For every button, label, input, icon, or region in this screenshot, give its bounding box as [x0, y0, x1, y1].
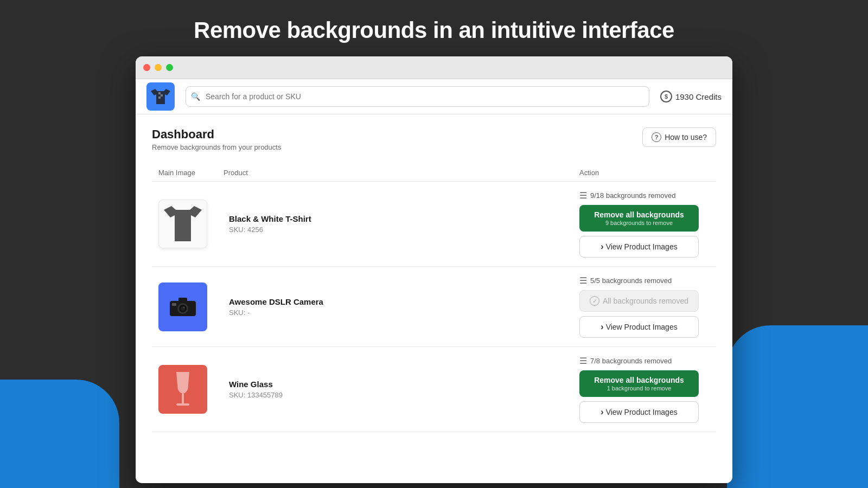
svg-rect-12: [182, 394, 184, 403]
product-row: Black & White T-Shirt SKU: 4256 ☰ 9/18 b…: [152, 182, 716, 267]
view-images-button-3[interactable]: › View Product Images: [579, 401, 699, 423]
credits-label: 1930 Credits: [675, 92, 722, 101]
view-images-label-3: View Product Images: [606, 408, 678, 416]
product-image-cell-3: [158, 365, 224, 414]
svg-marker-4: [164, 206, 202, 241]
product-info-wineglass: Wine Glass SKU: 133455789: [224, 380, 579, 399]
credits-badge: $ 1930 Credits: [660, 91, 722, 102]
page-headline: Remove backgrounds in an intuitive inter…: [194, 17, 674, 43]
product-info-camera: Awesome DSLR Camera SKU: -: [224, 297, 579, 317]
tshirt-svg: [164, 202, 202, 246]
search-input[interactable]: [186, 86, 649, 107]
all-removed-badge: ✓ All backgrounds removed: [579, 290, 699, 312]
table-header: Main Image Product Action: [152, 164, 716, 182]
view-images-button-2[interactable]: › View Product Images: [579, 316, 699, 338]
app-window: 🔍 $ 1930 Credits Dashboard Remove backgr…: [136, 56, 732, 483]
svg-rect-11: [172, 303, 176, 306]
dashboard-subtitle: Remove backgrounds from your products: [152, 143, 281, 151]
decorative-blob-right: [727, 325, 868, 488]
action-col-2: ☰ 5/5 backgrounds removed ✓ All backgrou…: [579, 275, 710, 338]
how-to-use-button[interactable]: ? How to use?: [642, 127, 716, 147]
question-icon: ?: [652, 132, 661, 142]
product-info-tshirt: Black & White T-Shirt SKU: 4256: [224, 214, 579, 234]
product-name-1: Black & White T-Shirt: [229, 214, 579, 223]
list-icon-3: ☰: [579, 356, 587, 366]
check-icon: ✓: [590, 296, 599, 306]
all-removed-label: All backgrounds removed: [603, 297, 688, 305]
product-image-tshirt: [158, 200, 207, 248]
col-main-image: Main Image: [158, 169, 224, 177]
minimize-button[interactable]: [155, 64, 162, 71]
dashboard-info: Dashboard Remove backgrounds from your p…: [152, 127, 281, 151]
product-name-3: Wine Glass: [229, 380, 579, 389]
how-to-use-label: How to use?: [665, 133, 707, 142]
search-icon: 🔍: [191, 92, 200, 101]
product-image-cell: [158, 200, 224, 248]
dashboard-title: Dashboard: [152, 127, 281, 142]
list-icon-2: ☰: [579, 275, 587, 286]
wineglass-svg: [172, 370, 194, 409]
svg-rect-13: [176, 403, 189, 406]
main-content: Dashboard Remove backgrounds from your p…: [136, 114, 732, 483]
traffic-lights: [143, 64, 173, 71]
app-logo: [146, 82, 175, 111]
camera-svg: [169, 296, 197, 318]
action-col-3: ☰ 7/8 backgrounds removed Remove all bac…: [579, 356, 710, 423]
product-image-wineglass: [158, 365, 207, 414]
product-row-2: Awesome DSLR Camera SKU: - ☰ 5/5 backgro…: [152, 267, 716, 347]
remove-all-label-3: Remove all backgrounds: [586, 376, 692, 384]
remove-all-label-1: Remove all backgrounds: [586, 210, 692, 219]
close-button[interactable]: [143, 64, 150, 71]
logo-icon: [151, 87, 170, 106]
svg-rect-10: [178, 298, 187, 302]
svg-point-9: [183, 306, 185, 308]
credits-icon-symbol: $: [665, 93, 668, 100]
list-icon-1: ☰: [579, 190, 587, 201]
decorative-blob-left: [0, 380, 119, 488]
product-image-cell-2: [158, 282, 224, 331]
app-header: 🔍 $ 1930 Credits: [136, 79, 732, 114]
product-sku-3: SKU: 133455789: [229, 391, 579, 399]
remove-sublabel-3: 1 background to remove: [586, 385, 692, 391]
view-images-label-2: View Product Images: [606, 323, 678, 331]
product-sku-1: SKU: 4256: [229, 226, 579, 234]
action-col-1: ☰ 9/18 backgrounds removed Remove all ba…: [579, 190, 710, 258]
svg-rect-2: [161, 94, 163, 97]
product-row-3: Wine Glass SKU: 133455789 ☰ 7/8 backgrou…: [152, 347, 716, 432]
chevron-icon-1: ›: [601, 242, 603, 252]
titlebar: [136, 56, 732, 79]
chevron-icon-2: ›: [601, 322, 603, 332]
col-action: Action: [579, 169, 710, 177]
product-image-camera: [158, 282, 207, 331]
col-product: Product: [224, 169, 579, 177]
product-sku-2: SKU: -: [229, 309, 579, 317]
view-images-button-1[interactable]: › View Product Images: [579, 236, 699, 258]
credits-icon: $: [660, 91, 672, 102]
chevron-icon-3: ›: [601, 407, 603, 417]
maximize-button[interactable]: [166, 64, 173, 71]
svg-rect-1: [158, 92, 161, 94]
svg-rect-3: [158, 97, 161, 99]
view-images-label-1: View Product Images: [606, 242, 678, 251]
dashboard-header: Dashboard Remove backgrounds from your p…: [152, 127, 716, 151]
bg-count-2: ☰ 5/5 backgrounds removed: [579, 275, 710, 286]
remove-all-button-3[interactable]: Remove all backgrounds 1 background to r…: [579, 370, 699, 397]
search-bar: 🔍: [186, 86, 649, 107]
bg-count-1: ☰ 9/18 backgrounds removed: [579, 190, 710, 201]
product-name-2: Awesome DSLR Camera: [229, 297, 579, 306]
bg-count-3: ☰ 7/8 backgrounds removed: [579, 356, 710, 366]
remove-sublabel-1: 9 backgrounds to remove: [586, 220, 692, 226]
remove-all-button-1[interactable]: Remove all backgrounds 9 backgrounds to …: [579, 205, 699, 232]
